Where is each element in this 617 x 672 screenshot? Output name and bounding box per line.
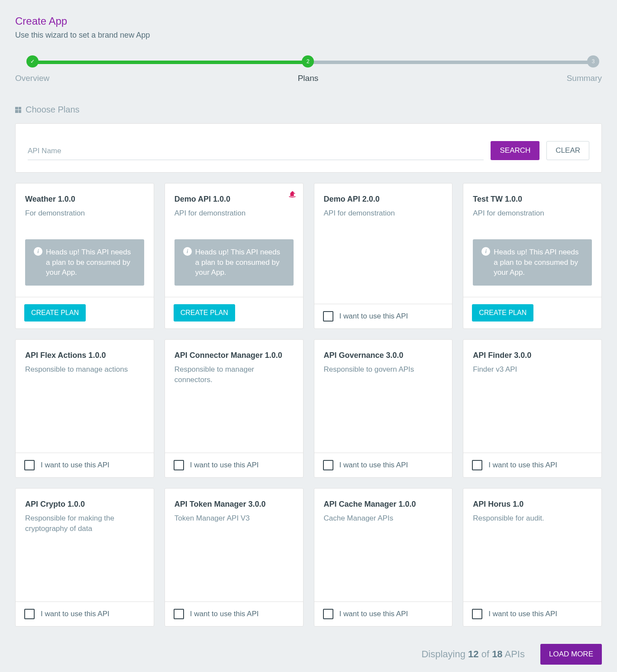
use-api-checkbox[interactable]: I want to use this API (24, 609, 110, 619)
card-footer: I want to use this API (463, 601, 601, 626)
checkbox-icon (174, 609, 184, 619)
section-header: Choose Plans (15, 105, 602, 115)
create-plan-button[interactable]: CREATE PLAN (24, 304, 86, 322)
heads-up-alert: iHeads up! This API needs a plan to be c… (25, 239, 144, 286)
api-title: API Crypto 1.0.0 (25, 500, 144, 509)
step-circle-done: ✓ (26, 55, 39, 68)
checkbox-icon (323, 311, 333, 322)
api-card: API Connector Manager 1.0.0Responsible t… (165, 339, 304, 478)
search-button[interactable]: SEARCH (491, 141, 539, 160)
api-title: Test TW 1.0.0 (473, 195, 592, 204)
step-label: Summary (567, 74, 602, 83)
use-api-label: I want to use this API (190, 461, 259, 469)
cards-grid: Weather 1.0.0For demonstrationiHeads up!… (15, 183, 602, 627)
use-api-checkbox[interactable]: I want to use this API (472, 609, 557, 619)
step-label: Plans (298, 74, 319, 83)
use-api-checkbox[interactable]: I want to use this API (323, 311, 408, 322)
grid-icon (15, 107, 21, 113)
card-footer: I want to use this API (314, 601, 452, 626)
api-name-input[interactable] (28, 142, 484, 160)
step-overview[interactable]: ✓ Overview (15, 55, 49, 83)
page-subtitle: Use this wizard to set a brand new App (15, 31, 602, 40)
api-description: Cache Manager APIs (324, 513, 443, 524)
api-card: API Cache Manager 1.0.0Cache Manager API… (314, 488, 453, 627)
api-card: API Governance 3.0.0Responsible to gover… (314, 339, 453, 478)
clear-button[interactable]: CLEAR (546, 141, 589, 160)
stepper: ✓ Overview 2 Plans 3 Summary (15, 55, 602, 83)
use-api-checkbox[interactable]: I want to use this API (24, 460, 110, 470)
card-footer: I want to use this API (16, 601, 154, 626)
load-more-button[interactable]: LOAD MORE (540, 644, 602, 665)
api-card: API Crypto 1.0.0Responsible for making t… (15, 488, 154, 627)
use-api-label: I want to use this API (488, 610, 557, 618)
checkbox-icon (323, 460, 333, 470)
card-footer: I want to use this API (463, 453, 601, 477)
use-api-label: I want to use this API (339, 610, 408, 618)
api-card: API Flex Actions 1.0.0Responsible to man… (15, 339, 154, 478)
card-footer: CREATE PLAN (16, 297, 154, 328)
use-api-checkbox[interactable]: I want to use this API (323, 460, 408, 470)
api-description: For demonstration (25, 208, 144, 219)
step-circle-active: 2 (302, 55, 314, 68)
checkbox-icon (472, 609, 482, 619)
checkbox-icon (24, 460, 35, 470)
checkbox-icon (472, 460, 482, 470)
info-icon: i (183, 247, 192, 256)
api-title: API Horus 1.0 (473, 500, 592, 509)
use-api-checkbox[interactable]: I want to use this API (323, 609, 408, 619)
use-api-checkbox[interactable]: I want to use this API (174, 609, 259, 619)
section-title: Choose Plans (26, 105, 80, 115)
card-footer: I want to use this API (165, 453, 303, 477)
use-api-label: I want to use this API (41, 610, 110, 618)
api-title: Weather 1.0.0 (25, 195, 144, 204)
create-plan-button[interactable]: CREATE PLAN (174, 304, 235, 322)
checkbox-icon (174, 460, 184, 470)
use-api-label: I want to use this API (41, 461, 110, 469)
card-footer: I want to use this API (314, 453, 452, 477)
checkbox-icon (323, 609, 333, 619)
card-footer: CREATE PLAN (463, 297, 601, 328)
api-description: API for demonstration (174, 208, 294, 219)
api-description: Token Manager API V3 (174, 513, 294, 524)
api-title: API Cache Manager 1.0.0 (324, 500, 443, 509)
use-api-label: I want to use this API (339, 312, 408, 321)
use-api-checkbox[interactable]: I want to use this API (472, 460, 557, 470)
step-circle-pending: 3 (587, 55, 599, 68)
api-description: API for demonstration (324, 208, 443, 219)
checkbox-icon (24, 609, 35, 619)
use-api-label: I want to use this API (339, 461, 408, 469)
use-api-label: I want to use this API (190, 610, 259, 618)
use-api-checkbox[interactable]: I want to use this API (174, 460, 259, 470)
api-description: Responsible to govern APIs (324, 364, 443, 375)
step-summary[interactable]: 3 Summary (567, 55, 602, 83)
heads-up-text: Heads up! This API needs a plan to be co… (195, 247, 285, 278)
api-title: API Flex Actions 1.0.0 (25, 351, 144, 360)
page-title: Create App (15, 15, 602, 27)
heads-up-alert: iHeads up! This API needs a plan to be c… (174, 239, 294, 286)
api-title: Demo API 2.0.0 (324, 195, 443, 204)
api-card: Weather 1.0.0For demonstrationiHeads up!… (15, 183, 154, 329)
use-api-label: I want to use this API (488, 461, 557, 469)
api-title: API Token Manager 3.0.0 (174, 500, 294, 509)
api-card: Demo API 2.0.0API for demonstrationI wan… (314, 183, 453, 329)
api-title: API Connector Manager 1.0.0 (174, 351, 294, 360)
api-title: API Governance 3.0.0 (324, 351, 443, 360)
api-description: Finder v3 API (473, 364, 592, 375)
featured-icon (288, 190, 297, 200)
pagination-text: Displaying 12 of 18 APIs (421, 649, 525, 660)
create-plan-button[interactable]: CREATE PLAN (472, 304, 533, 322)
card-footer: I want to use this API (314, 304, 452, 328)
api-card: API Horus 1.0Responsible for audit.I wan… (463, 488, 602, 627)
api-card: Demo API 1.0.0API for demonstrationiHead… (165, 183, 304, 329)
pagination-row: Displaying 12 of 18 APIs LOAD MORE (15, 644, 602, 665)
step-plans[interactable]: 2 Plans (298, 55, 319, 83)
card-footer: CREATE PLAN (165, 297, 303, 328)
search-panel: SEARCH CLEAR (15, 123, 602, 173)
api-title: Demo API 1.0.0 (174, 195, 294, 204)
api-card: Test TW 1.0.0API for demonstrationiHeads… (463, 183, 602, 329)
info-icon: i (481, 247, 490, 256)
api-description: Responsible for audit. (473, 513, 592, 524)
heads-up-text: Heads up! This API needs a plan to be co… (494, 247, 583, 278)
api-description: API for demonstration (473, 208, 592, 219)
heads-up-alert: iHeads up! This API needs a plan to be c… (473, 239, 592, 286)
